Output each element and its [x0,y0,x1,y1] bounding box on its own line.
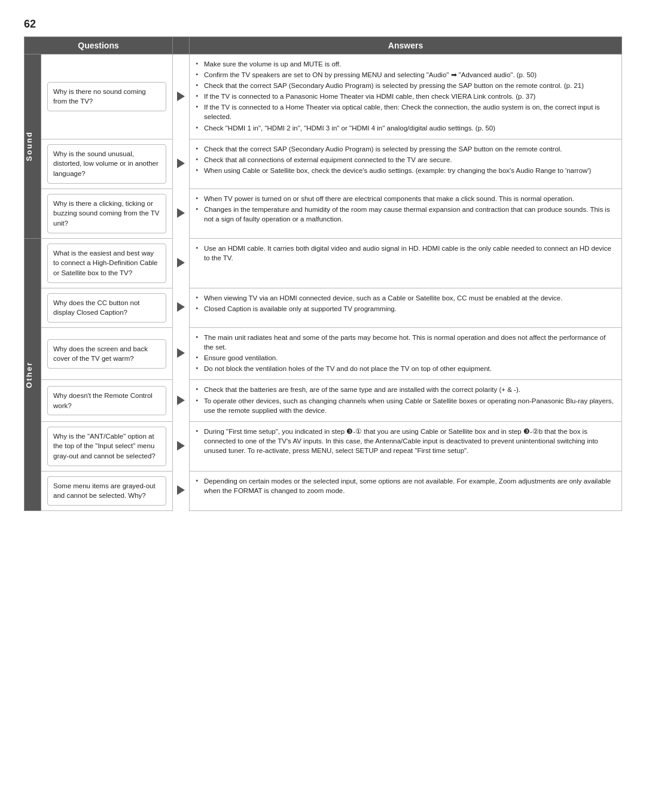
answer-item: Confirm the TV speakers are set to ON by… [196,70,615,80]
question-cell: Why does the screen and back cover of th… [41,328,173,380]
arrow-icon [177,208,185,218]
arrow-cell [173,380,190,421]
answer-item: Use an HDMI cable. It carries both digit… [196,244,615,263]
arrow-cell [173,328,190,380]
answer-item: Check that the correct SAP (Secondary Au… [196,81,615,90]
answer-list: Depending on certain modes or the select… [196,476,615,495]
table-row: Some menu items are grayed-out and canno… [25,471,622,510]
questions-header: Questions [25,37,173,54]
answer-item: To operate other devices, such as changi… [196,396,615,415]
answer-cell: Use an HDMI cable. It carries both digit… [190,238,622,288]
answer-list: Check that the batteries are fresh, are … [196,385,615,415]
question-cell: Some menu items are grayed-out and canno… [41,471,173,510]
answer-list: Check that the correct SAP (Secondary Au… [196,144,615,175]
answer-cell: Make sure the volume is up and MUTE is o… [190,54,622,139]
answer-item: Check "HDMI 1 in", "HDMI 2 in", "HDMI 3 … [196,123,615,133]
answer-item: When viewing TV via an HDMI connected de… [196,293,615,303]
section-label-sound: Sound [25,54,41,239]
table-row: Why is the sound unusual, distorted, low… [25,139,622,188]
answer-item: Changes in the temperature and humidity … [196,205,615,224]
question-cell: Why is there no sound coming from the TV… [41,54,173,139]
arrow-icon [177,92,185,101]
arrow-cell [173,188,190,238]
question-box: Why is there a clicking, ticking or buzz… [47,194,166,233]
arrow-icon [177,302,185,312]
arrow-cell [173,421,190,471]
answer-item: When using Cable or Satellite box, check… [196,166,615,175]
answer-list: When TV power is turned on or shut off t… [196,194,615,224]
arrow-header [173,37,190,54]
answers-header: Answers [190,37,622,54]
question-box: What is the easiest and best way to conn… [47,244,166,283]
question-box: Why doesn't the Remote Control work? [47,386,166,415]
question-cell: Why is the "ANT/Cable" option at the top… [41,421,173,471]
table-row: Why doesn't the Remote Control work?Chec… [25,380,622,421]
arrow-cell [173,471,190,510]
answer-cell: Depending on certain modes or the select… [190,471,622,510]
arrow-cell [173,238,190,288]
main-table: Questions Answers SoundWhy is there no s… [24,37,622,511]
question-cell: Why doesn't the Remote Control work? [41,380,173,421]
section-label-text-other: Other [25,355,33,394]
table-row: Why does the screen and back cover of th… [25,328,622,380]
header-row: Questions Answers [25,37,622,54]
table-row: Why is the "ANT/Cable" option at the top… [25,421,622,471]
answer-item: Ensure good ventilation. [196,353,615,363]
question-box: Why is the sound unusual, distorted, low… [47,144,166,184]
section-label-text-sound: Sound [25,125,33,167]
answer-item: If the TV is connected to a Home Theater… [196,102,615,121]
answer-item: When TV power is turned on or shut off t… [196,194,615,203]
answer-cell: Check that the correct SAP (Secondary Au… [190,139,622,188]
table-row: OtherWhat is the easiest and best way to… [25,238,622,288]
question-cell: Why is the sound unusual, distorted, low… [41,139,173,188]
answer-item: Check that the batteries are fresh, are … [196,385,615,394]
question-box: Why does the screen and back cover of th… [47,339,166,369]
table-row: SoundWhy is there no sound coming from t… [25,54,622,139]
answer-item: Make sure the volume is up and MUTE is o… [196,59,615,69]
table-row: Why is there a clicking, ticking or buzz… [25,188,622,238]
arrow-cell [173,139,190,188]
question-cell: What is the easiest and best way to conn… [41,238,173,288]
answer-item: The main unit radiates heat and some of … [196,333,615,352]
answer-cell: During "First time setup", you indicated… [190,421,622,471]
answer-item: Do not block the ventilation holes of th… [196,364,615,373]
answer-item: During "First time setup", you indicated… [196,427,615,455]
answer-item: Check that the correct SAP (Secondary Au… [196,144,615,154]
table-row: Why does the CC button not display Close… [25,288,622,327]
question-box: Why is the "ANT/Cable" option at the top… [47,427,166,466]
arrow-icon [177,485,185,495]
answer-item: Depending on certain modes or the select… [196,476,615,495]
answer-cell: Check that the batteries are fresh, are … [190,380,622,421]
answer-item: If the TV is connected to a Panasonic Ho… [196,92,615,101]
answer-list: When viewing TV via an HDMI connected de… [196,293,615,314]
question-box: Why is there no sound coming from the TV… [47,82,166,111]
question-cell: Why does the CC button not display Close… [41,288,173,327]
answer-list: Make sure the volume is up and MUTE is o… [196,59,615,133]
answer-cell: When TV power is turned on or shut off t… [190,188,622,238]
arrow-icon [177,159,185,168]
arrow-icon [177,396,185,405]
arrow-cell [173,54,190,139]
answer-list: During "First time setup", you indicated… [196,427,615,455]
answer-list: The main unit radiates heat and some of … [196,333,615,373]
answer-list: Use an HDMI cable. It carries both digit… [196,244,615,263]
answer-item: Check that all connections of external e… [196,155,615,165]
section-label-other: Other [25,238,41,510]
page-number: 62 [24,18,622,31]
arrow-cell [173,288,190,327]
arrow-icon [177,258,185,267]
question-box: Why does the CC button not display Close… [47,293,166,323]
question-cell: Why is there a clicking, ticking or buzz… [41,188,173,238]
answer-item: Closed Caption is available only at supp… [196,304,615,314]
answer-cell: The main unit radiates heat and some of … [190,328,622,380]
arrow-icon [177,441,185,451]
answer-cell: When viewing TV via an HDMI connected de… [190,288,622,327]
question-box: Some menu items are grayed-out and canno… [47,476,166,506]
arrow-icon [177,348,185,358]
